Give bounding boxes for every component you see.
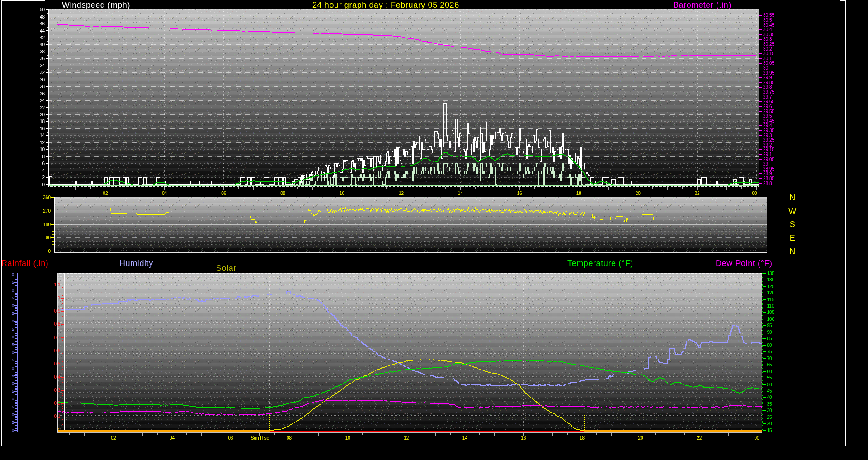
svg-text:26: 26 [40,91,45,96]
svg-text:360: 360 [43,195,51,200]
svg-text:30.1: 30.1 [763,56,772,61]
svg-text:110: 110 [767,304,774,308]
svg-text:N: N [789,193,796,202]
svg-text:Temperature (°F): Temperature (°F) [567,259,633,268]
svg-text:Sun Rise: Sun Rise [251,436,269,441]
svg-text:5: 5 [12,374,14,378]
svg-text:12: 12 [404,436,409,441]
svg-text:18: 18 [576,191,582,196]
svg-text:0.7: 0.7 [54,335,61,340]
svg-text:10: 10 [345,436,351,441]
svg-text:1: 1 [58,295,61,300]
svg-text:Barometer (.in): Barometer (.in) [673,0,731,9]
svg-text:22: 22 [40,105,45,110]
svg-text:0: 0 [12,413,14,417]
svg-text:0: 0 [12,304,14,308]
svg-text:75: 75 [767,349,773,354]
svg-text:0.5: 0.5 [54,361,61,366]
svg-text:30: 30 [767,408,773,413]
svg-text:30.4: 30.4 [763,27,772,32]
svg-text:29.65: 29.65 [763,99,774,104]
svg-text:16: 16 [517,191,523,196]
svg-text:32: 32 [40,70,45,75]
svg-text:44: 44 [40,28,45,33]
svg-text:29.25: 29.25 [763,138,774,142]
svg-text:5: 5 [12,405,14,409]
svg-text:Solar: Solar [216,264,236,273]
svg-text:29.85: 29.85 [763,80,774,85]
svg-text:95: 95 [767,323,773,328]
svg-text:20: 20 [767,421,773,426]
svg-text:30: 30 [763,66,769,71]
svg-text:180: 180 [43,222,51,227]
svg-text:29.55: 29.55 [763,109,774,114]
svg-text:08: 08 [287,436,292,441]
svg-text:0: 0 [12,366,14,370]
svg-text:29.8: 29.8 [763,85,772,90]
svg-text:70: 70 [767,356,773,361]
svg-text:2: 2 [42,175,45,180]
svg-text:10: 10 [340,191,345,196]
svg-text:12: 12 [399,191,404,196]
svg-text:28.8: 28.8 [763,181,772,186]
svg-text:5: 5 [12,342,14,347]
svg-text:0: 0 [42,182,45,187]
svg-text:22: 22 [697,436,702,441]
svg-text:65: 65 [767,362,773,367]
svg-text:28: 28 [40,84,45,89]
svg-text:125: 125 [767,284,775,289]
svg-text:100: 100 [767,317,775,322]
svg-text:28.85: 28.85 [763,176,774,181]
svg-text:0: 0 [12,350,14,355]
svg-text:14: 14 [40,133,45,138]
svg-text:30.2: 30.2 [763,47,772,52]
svg-text:120: 120 [767,290,775,295]
svg-text:0: 0 [48,249,51,254]
svg-text:E: E [790,233,796,242]
svg-text:16: 16 [521,436,526,441]
svg-text:06: 06 [228,436,233,441]
svg-text:5: 5 [12,389,14,394]
svg-text:Dew Point (°F): Dew Point (°F) [716,259,773,268]
svg-text:29.45: 29.45 [763,119,774,123]
svg-text:20: 20 [636,191,641,196]
svg-text:18: 18 [40,119,45,124]
svg-text:04: 04 [162,191,167,196]
svg-text:80: 80 [767,343,773,348]
svg-text:30.55: 30.55 [763,13,774,18]
svg-text:34: 34 [40,63,45,68]
svg-text:30.45: 30.45 [763,23,774,28]
svg-text:W: W [788,207,797,216]
svg-text:0.4: 0.4 [54,375,61,379]
svg-text:35: 35 [767,402,773,407]
svg-text:Windspeed (mph): Windspeed (mph) [62,0,130,9]
svg-text:29.2: 29.2 [763,142,772,147]
svg-text:24 hour graph day : February 0: 24 hour graph day : February 05 2026 [312,0,459,9]
svg-text:28.9: 28.9 [763,171,772,176]
svg-text:40: 40 [40,42,45,47]
svg-text:5: 5 [12,358,14,362]
svg-text:0: 0 [12,381,14,386]
svg-text:14: 14 [462,436,468,441]
svg-text:29.95: 29.95 [763,71,774,76]
svg-text:85: 85 [767,336,773,341]
svg-text:29.05: 29.05 [763,157,774,162]
svg-text:130: 130 [767,277,775,282]
svg-text:22: 22 [695,191,700,196]
svg-text:25: 25 [767,415,773,420]
svg-text:02: 02 [103,191,108,196]
svg-text:10: 10 [40,147,45,152]
svg-text:0: 0 [12,288,14,293]
svg-text:29.3: 29.3 [763,133,772,138]
svg-text:Humidity: Humidity [119,259,153,268]
svg-text:29.75: 29.75 [763,90,774,95]
svg-text:29.5: 29.5 [763,114,772,119]
svg-text:20: 20 [638,436,644,441]
svg-text:18: 18 [580,436,585,441]
svg-text:0.8: 0.8 [54,322,61,327]
svg-text:29: 29 [763,161,769,166]
svg-text:5: 5 [12,280,14,285]
svg-text:S: S [790,220,796,229]
svg-text:5: 5 [12,311,14,316]
svg-text:29.15: 29.15 [763,147,774,152]
